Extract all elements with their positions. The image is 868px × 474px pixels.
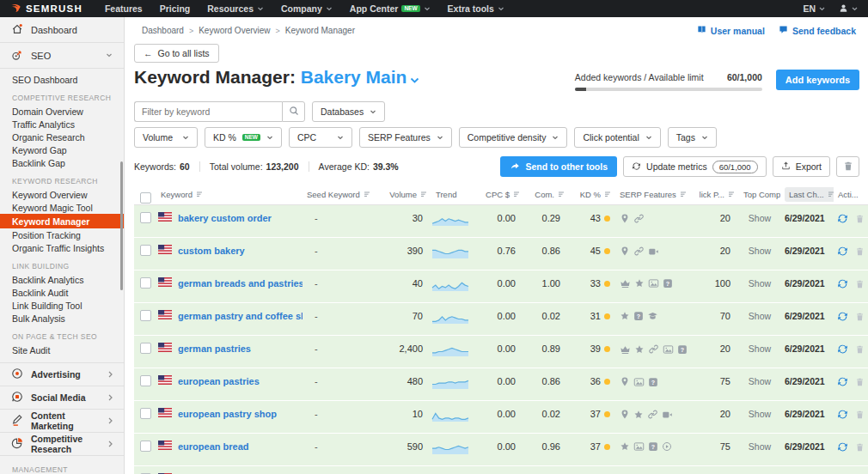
column-header-com[interactable]: Com. xyxy=(524,190,569,199)
filter-keyword-input[interactable] xyxy=(134,101,282,122)
delete-keyword-icon[interactable] xyxy=(855,344,865,355)
column-header-trend[interactable]: Trend xyxy=(431,190,478,199)
sidebar-item-backlink-audit[interactable]: Backlink Audit xyxy=(0,286,124,299)
delete-keyword-icon[interactable] xyxy=(855,246,865,257)
filter-dropdown-serp-features[interactable]: SERP Features xyxy=(359,127,452,148)
refresh-keyword-icon[interactable] xyxy=(837,343,848,355)
refresh-keyword-icon[interactable] xyxy=(837,441,848,453)
sidebar-item-keyword-overview[interactable]: Keyword Overview xyxy=(0,188,124,201)
delete-keyword-icon[interactable] xyxy=(855,312,865,322)
sidebar-item-organic-research[interactable]: Organic Research xyxy=(0,131,124,143)
sidebar-item-keyword-magic-tool[interactable]: Keyword Magic Tool xyxy=(0,201,124,214)
user-menu[interactable] xyxy=(839,3,858,15)
nav-item-extra-tools[interactable]: Extra tools xyxy=(448,3,504,14)
sidebar-item-domain-overview[interactable]: Domain Overview xyxy=(0,105,124,118)
filter-dropdown-tags[interactable]: Tags xyxy=(668,127,717,148)
sidebar-item-position-tracking[interactable]: Position Tracking xyxy=(0,228,124,241)
sort-icon[interactable] xyxy=(420,190,427,199)
sidebar-item-keyword-gap[interactable]: Keyword Gap xyxy=(0,143,124,156)
filter-dropdown-competitive-density[interactable]: Competitive density xyxy=(459,127,568,148)
row-checkbox[interactable] xyxy=(140,343,151,354)
show-competitors-link[interactable]: Show xyxy=(749,278,771,289)
send-feedback-link[interactable]: Send feedback xyxy=(779,25,856,36)
delete-keyword-icon[interactable] xyxy=(855,214,865,224)
sidebar-item-bulk-analysis[interactable]: Bulk Analysis xyxy=(0,312,124,325)
filter-dropdown-kd[interactable]: KD %new xyxy=(205,127,282,148)
update-metrics-button[interactable]: Update metrics 60/1,000 xyxy=(623,156,767,177)
sort-icon[interactable] xyxy=(604,190,611,199)
show-competitors-link[interactable]: Show xyxy=(749,343,771,354)
nav-item-resources[interactable]: Resources xyxy=(207,3,264,14)
user-manual-link[interactable]: User manual xyxy=(697,25,765,36)
sidebar-item-site-audit[interactable]: Site Audit xyxy=(0,343,124,356)
row-checkbox[interactable] xyxy=(140,375,151,386)
keyword-link[interactable]: bakery custom order xyxy=(178,213,272,223)
show-competitors-link[interactable]: Show xyxy=(749,246,771,256)
sidebar-group-competitive-research[interactable]: Competitive Research xyxy=(0,433,124,456)
delete-keyword-icon[interactable] xyxy=(855,279,865,289)
sort-icon[interactable] xyxy=(513,190,520,199)
keyword-link[interactable]: german pastries xyxy=(178,343,251,354)
column-header-cpc[interactable]: CPC $ xyxy=(478,190,524,199)
refresh-keyword-icon[interactable] xyxy=(837,246,848,257)
export-button[interactable]: Export xyxy=(773,156,830,177)
refresh-keyword-icon[interactable] xyxy=(837,278,848,289)
breadcrumb-keyword-overview[interactable]: Keyword Overview xyxy=(199,26,270,35)
refresh-keyword-icon[interactable] xyxy=(837,311,848,322)
row-checkbox[interactable] xyxy=(140,441,151,452)
column-header-acti[interactable]: Acti... xyxy=(834,190,868,199)
keyword-link[interactable]: custom bakery xyxy=(178,246,245,256)
column-header-last-ch[interactable]: Last Ch... xyxy=(780,187,834,202)
keyword-link[interactable]: european bread xyxy=(178,441,249,452)
sort-icon[interactable] xyxy=(680,190,687,199)
filter-dropdown-click-potential[interactable]: Click potential xyxy=(574,127,660,148)
sidebar-group-content-marketing[interactable]: Content Marketing xyxy=(0,410,124,433)
select-all-checkbox[interactable] xyxy=(140,192,151,204)
sidebar-item-backlink-gap[interactable]: Backlink Gap xyxy=(0,156,124,169)
search-button[interactable] xyxy=(282,101,305,122)
sort-icon[interactable] xyxy=(828,190,834,199)
nav-item-app-center[interactable]: App Centernew xyxy=(350,3,431,14)
row-checkbox[interactable] xyxy=(140,277,151,289)
sort-icon[interactable] xyxy=(558,190,565,199)
nav-item-pricing[interactable]: Pricing xyxy=(160,3,191,14)
sidebar-scrollbar[interactable] xyxy=(120,161,123,290)
show-competitors-link[interactable]: Show xyxy=(749,409,771,419)
column-header-serp-features[interactable]: SERP Features xyxy=(615,190,700,199)
show-competitors-link[interactable]: Show xyxy=(749,376,771,386)
chevron-down-icon[interactable] xyxy=(410,67,419,87)
sidebar-item-backlink-analytics[interactable]: Backlink Analytics xyxy=(0,273,124,286)
go-to-all-lists-button[interactable]: ← Go to all lists xyxy=(134,44,219,63)
refresh-keyword-icon[interactable] xyxy=(837,213,848,224)
keyword-link[interactable]: german breads and pastries xyxy=(178,278,303,289)
keyword-link[interactable]: european pastries xyxy=(178,376,260,386)
breadcrumb-keyword-manager[interactable]: Keyword Manager xyxy=(285,26,355,35)
sidebar-item-link-building-tool[interactable]: Link Building Tool xyxy=(0,299,124,312)
column-header-volume[interactable]: Volume xyxy=(375,190,431,199)
refresh-keyword-icon[interactable] xyxy=(837,409,848,420)
language-selector[interactable]: EN xyxy=(803,3,825,14)
sidebar-item-seo[interactable]: SEO xyxy=(0,43,124,69)
sidebar-item-seo-dashboard[interactable]: SEO Dashboard xyxy=(0,73,124,86)
sidebar-item-organic-traffic-insights[interactable]: Organic Traffic Insights xyxy=(0,241,124,254)
sidebar-group-advertising[interactable]: Advertising xyxy=(0,363,124,386)
column-header-top-comp[interactable]: Top Comp. xyxy=(739,190,780,199)
column-header-keyword[interactable]: Keyword xyxy=(156,190,303,199)
delete-keyword-icon[interactable] xyxy=(855,377,865,387)
sidebar-item-traffic-analytics[interactable]: Traffic Analytics xyxy=(0,118,124,131)
breadcrumb-dashboard[interactable]: Dashboard xyxy=(142,26,184,35)
sidebar-item-keyword-manager[interactable]: Keyword Manager xyxy=(0,214,124,228)
keyword-link[interactable]: european pastry shop xyxy=(178,409,277,419)
nav-item-features[interactable]: Features xyxy=(105,3,143,14)
delete-list-button[interactable] xyxy=(836,156,859,177)
row-checkbox[interactable] xyxy=(140,212,151,223)
row-checkbox[interactable] xyxy=(140,245,151,256)
refresh-keyword-icon[interactable] xyxy=(837,376,848,387)
row-checkbox[interactable] xyxy=(140,310,151,321)
nav-item-company[interactable]: Company xyxy=(281,3,333,14)
filter-dropdown-cpc[interactable]: CPC xyxy=(289,127,352,148)
column-header-kd[interactable]: KD % xyxy=(569,190,615,199)
sidebar-item-dashboard[interactable]: Dashboard xyxy=(0,17,124,43)
add-keywords-button[interactable]: Add keywords xyxy=(776,70,859,90)
keyword-link[interactable]: german pastry and coffee shop xyxy=(178,311,303,321)
